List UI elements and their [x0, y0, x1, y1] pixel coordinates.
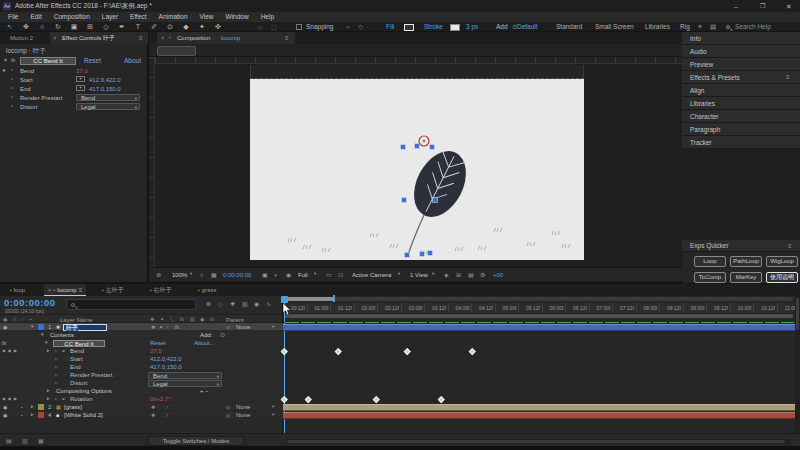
expand-transfer-icon[interactable]: ▦ [38, 438, 44, 444]
layer-name[interactable]: [White Solid 2] [64, 411, 103, 419]
camera-view-value[interactable]: Active Camera [352, 272, 391, 278]
add-label[interactable]: Add [496, 24, 508, 31]
switch-collapse-icon[interactable]: ✦ [159, 323, 163, 331]
comp-mini-tab-grass[interactable]: grass [206, 46, 241, 56]
panel-header-align[interactable]: Align [682, 84, 800, 97]
point-picker-icon[interactable]: + [76, 76, 85, 82]
comp-current-time[interactable]: 0:00:00:00 [223, 272, 251, 278]
effect-name-box[interactable]: CC Bend It [53, 340, 105, 347]
panel-header-effects-presets[interactable]: Effects & Presets≡ [682, 71, 800, 84]
selection-handle[interactable] [405, 253, 410, 258]
menu-help[interactable]: Help [255, 12, 280, 22]
effect-name-box[interactable]: CC Bend It [20, 57, 76, 65]
selection-handle[interactable] [401, 145, 406, 150]
work-area-bar[interactable] [285, 314, 793, 318]
timeline-row-start[interactable]: ◔Start412.0,422.0 [0, 355, 284, 363]
panel-lock-icon[interactable]: ▪ [169, 35, 171, 40]
stopwatch-icon[interactable]: ◔ [10, 68, 13, 74]
stopwatch-icon[interactable]: ◔ [54, 355, 57, 363]
parent-dropdown-value[interactable]: None [236, 411, 250, 419]
timeline-row-end[interactable]: ◔End417.0,150.0 [0, 363, 284, 371]
panel-header-libraries[interactable]: Libraries [682, 97, 800, 110]
menu-animation[interactable]: Animation [153, 12, 194, 22]
stopwatch-icon[interactable]: ◔ [54, 395, 57, 403]
layer-bar-grass[interactable] [283, 404, 795, 411]
magnification-dropdown-icon[interactable]: ▾ [190, 272, 192, 277]
group-action[interactable]: Add: [200, 331, 212, 339]
transparency-grid-icon[interactable]: ⊡ [338, 272, 343, 278]
expand-render-time-icon[interactable]: ▥ [22, 438, 28, 444]
leaf-shape[interactable] [404, 142, 477, 225]
exps-quicker-header[interactable]: Exps Quicker ≡ [682, 240, 800, 252]
region-of-interest-icon[interactable]: ▭ [326, 272, 332, 278]
chevron-down-icon[interactable]: ▾ [272, 323, 274, 331]
brush-tool-icon[interactable]: ✐ [146, 22, 162, 32]
view-layout-dropdown-icon[interactable]: ▾ [432, 272, 434, 277]
group-label[interactable]: Compositing Options [56, 387, 112, 395]
fill-label[interactable]: Fill [386, 24, 394, 31]
panel-header-tracker[interactable]: Tracker [682, 136, 800, 149]
timeline-row-rotation[interactable]: ◀◆▶►◔=Rotation0x+2.7° [0, 395, 284, 403]
collapse-arrow-icon[interactable]: ▼ [3, 58, 8, 63]
panel-header-paragraph[interactable]: Paragraph [682, 123, 800, 136]
show-snapshot-icon[interactable]: ◗ [274, 272, 278, 278]
clone-stamp-tool-icon[interactable]: ⊙ [162, 22, 178, 32]
snapping-label[interactable]: Snapping [306, 24, 333, 31]
always-preview-icon[interactable]: ⊛ [156, 272, 161, 278]
timeline-row-distort[interactable]: ◔DistortLegal▾ [0, 379, 284, 387]
playhead-head[interactable] [281, 296, 288, 303]
selection-handle[interactable] [402, 198, 407, 203]
param-dropdown[interactable]: Bend▾ [76, 94, 140, 101]
comp-ruler-top[interactable] [155, 57, 682, 64]
pan-behind-tool-icon[interactable]: ⊞ [82, 22, 98, 32]
prop-expander-icon[interactable]: ► [46, 347, 50, 355]
prop-value[interactable]: 412.0,422.0 [150, 355, 182, 363]
prop-value[interactable]: 0x+2.7° [150, 395, 171, 403]
menu-view[interactable]: View [194, 12, 220, 22]
chevron-down-icon[interactable]: ▾ [272, 403, 274, 411]
layer-color-label[interactable] [38, 404, 44, 410]
prop-value[interactable]: 417.0,150.0 [150, 363, 182, 371]
stopwatch-icon[interactable]: ◔ [10, 95, 13, 101]
timeline-row-contents[interactable]: ▼ContentsAdd:⊙ [0, 331, 284, 339]
layer-color-label[interactable] [38, 412, 44, 418]
layer-name-editbox[interactable]: 叶子 [63, 324, 107, 331]
expand-in-out-icon[interactable]: ▤ [6, 438, 12, 444]
effect-reset-link[interactable]: Reset [84, 58, 101, 65]
comp-canvas[interactable] [250, 79, 584, 260]
stopwatch-icon[interactable]: ◔ [54, 363, 57, 371]
timeline-row-render-prestart[interactable]: ◔Render PrestartBend▾ [0, 371, 284, 379]
pixel-aspect-icon[interactable]: ◈ [444, 272, 449, 278]
stopwatch-icon[interactable]: ◔ [10, 77, 13, 83]
eraser-tool-icon[interactable]: ◆ [178, 22, 194, 32]
time-ruler[interactable]: 00:12f01:00f01:12f02:00f02:12f03:00f03:1… [283, 303, 794, 314]
switch-quality-icon[interactable]: ⁄ [167, 403, 168, 411]
workspace-tab-libraries[interactable]: Libraries [645, 24, 670, 31]
group-label[interactable]: Contents [50, 331, 74, 339]
hscroll-thumb[interactable] [287, 440, 785, 443]
layer-bar-leaf[interactable] [283, 324, 795, 331]
stopwatch-icon[interactable]: ◔ [54, 371, 57, 379]
effect-about-link[interactable]: About [124, 58, 141, 65]
switch-quality-icon[interactable]: ⁄ [167, 411, 168, 419]
timeline-row-item[interactable]: ◉▼1✱叶子❖✦fx⁄◎None▾ [0, 323, 284, 331]
search-help-input[interactable]: Search Help [735, 24, 771, 31]
resolution-dropdown-icon[interactable]: ▾ [314, 272, 316, 277]
menu-layer[interactable]: Layer [96, 12, 124, 22]
camera-dropdown-icon[interactable]: ▾ [398, 272, 400, 277]
zoom-tool-icon[interactable]: ○ [34, 22, 50, 32]
param-dropdown[interactable]: Legal▾ [76, 103, 140, 110]
prop-name[interactable]: End [70, 363, 81, 371]
selection-handle[interactable] [415, 144, 420, 149]
workspace-bar-icon[interactable]: ▤ [710, 24, 716, 31]
maximize-button[interactable]: ❐ [760, 3, 765, 9]
flowchart-button-icon[interactable]: ⚙ [480, 272, 485, 278]
layer-color-label[interactable] [38, 324, 44, 330]
exps-button-item[interactable]: 使用说明 [766, 272, 798, 283]
rotation-tool-icon[interactable]: ↻ [50, 22, 66, 32]
timeline-row-white-solid-2[interactable]: ◉▪►4■[White Solid 2]❖⁄◎None▾ [0, 411, 284, 419]
workspace-tab-standard[interactable]: Standard [556, 24, 582, 31]
panel-menu-icon[interactable]: ≡ [786, 74, 790, 80]
group-expander-icon[interactable]: ▼ [40, 331, 44, 339]
timeline-button-icon[interactable]: ▤ [468, 272, 474, 278]
